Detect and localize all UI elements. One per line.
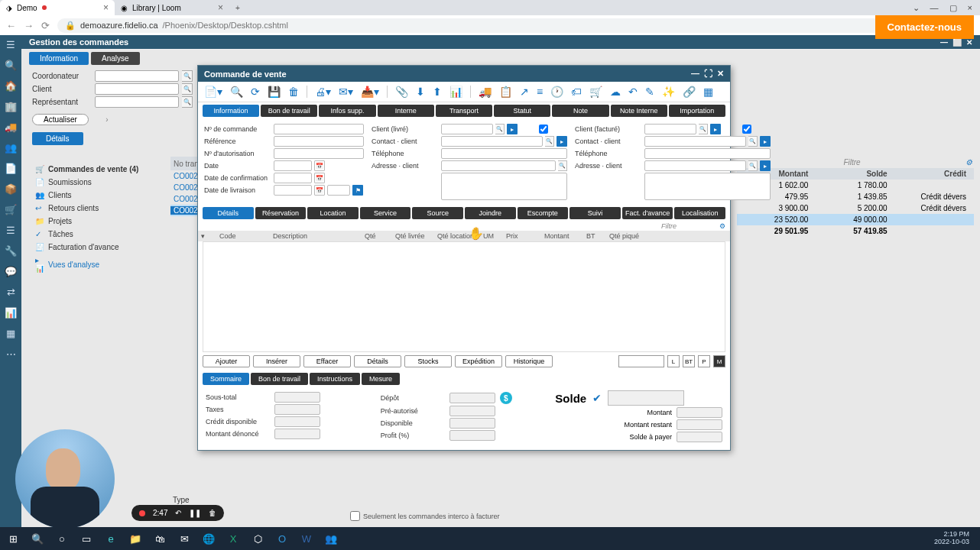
- chat-icon[interactable]: 💬: [5, 266, 17, 277]
- maximize-icon[interactable]: ⛶: [704, 69, 712, 79]
- chart-icon[interactable]: 📊: [449, 86, 462, 98]
- browser-tab-demo[interactable]: ⬗ Demo ×: [0, 0, 115, 15]
- table-row[interactable]: 1 602.001 780.00: [737, 180, 974, 191]
- save-icon[interactable]: 💾: [268, 86, 281, 98]
- start-icon[interactable]: ⊞: [5, 530, 21, 547]
- mtab-note-interne[interactable]: Note Interne: [611, 105, 667, 117]
- search-icon[interactable]: 🔍: [230, 86, 243, 98]
- search-icon[interactable]: 🔍: [545, 136, 554, 147]
- minimize-icon[interactable]: —: [940, 38, 948, 47]
- close-icon[interactable]: ×: [218, 2, 223, 13]
- dtab-escompte[interactable]: Escompte: [518, 207, 569, 219]
- teams-icon[interactable]: 👥: [323, 530, 339, 547]
- swap-icon[interactable]: ⇄: [7, 286, 15, 298]
- open-icon[interactable]: ▸: [507, 124, 518, 134]
- back-icon[interactable]: ←: [6, 20, 16, 31]
- minimize-icon[interactable]: —: [930, 3, 939, 13]
- col-prix[interactable]: Prix: [503, 232, 541, 240]
- undo-icon[interactable]: ↶: [175, 509, 181, 517]
- tree-vues[interactable]: ▸📊Vues d'analyse: [32, 254, 166, 275]
- search-icon[interactable]: 🔍: [182, 83, 193, 95]
- download-icon[interactable]: ⬇: [416, 86, 425, 98]
- stocks-button[interactable]: Stocks: [404, 355, 452, 367]
- inserer-button[interactable]: Insérer: [253, 355, 300, 367]
- minimize-icon[interactable]: —: [691, 69, 699, 79]
- chart-icon[interactable]: 📊: [5, 307, 17, 319]
- mtab-importation[interactable]: Importation: [669, 105, 725, 117]
- contact2-input[interactable]: [644, 136, 746, 147]
- adresse-input[interactable]: [441, 160, 556, 171]
- dtab-service[interactable]: Service: [360, 207, 411, 219]
- app-icon[interactable]: ⬡: [249, 530, 266, 547]
- close-window-icon[interactable]: ×: [968, 3, 972, 13]
- open-icon[interactable]: ▸: [557, 136, 567, 147]
- tree-facturation[interactable]: 🧾Facturation d'avance: [32, 241, 166, 254]
- date-input[interactable]: [274, 160, 312, 171]
- cloud-icon[interactable]: ☁: [610, 86, 621, 98]
- dollar-icon[interactable]: $: [500, 392, 512, 404]
- chrome-icon[interactable]: 🌐: [200, 530, 217, 547]
- maximize-icon[interactable]: ▢: [949, 3, 957, 13]
- maximize-icon[interactable]: ⬜: [952, 38, 962, 47]
- home-icon[interactable]: 🏠: [5, 80, 17, 92]
- new-icon[interactable]: 📄▾: [204, 86, 222, 98]
- word-icon[interactable]: W: [298, 530, 315, 547]
- client-livre-input[interactable]: [441, 124, 493, 134]
- search-icon[interactable]: 🔍: [748, 136, 758, 147]
- tab-analyse[interactable]: Analyse: [91, 52, 140, 65]
- interco-checkbox-row[interactable]: Seulement les commandes interco à factur…: [350, 511, 500, 521]
- actualiser-button[interactable]: Actualiser: [32, 114, 89, 125]
- calendar-icon[interactable]: 📅: [314, 185, 325, 196]
- search-icon[interactable]: 🔍: [182, 70, 193, 82]
- client-facture-input[interactable]: [644, 124, 696, 134]
- date-livr-input[interactable]: [274, 185, 312, 196]
- tree-projets[interactable]: 📁Projets: [32, 215, 166, 228]
- reload-icon[interactable]: ⟳: [41, 20, 50, 31]
- chevron-down-icon[interactable]: ⌄: [913, 3, 920, 13]
- stab-sommaire[interactable]: Sommaire: [203, 373, 249, 385]
- mtab-interne[interactable]: Interne: [378, 105, 434, 117]
- time-input[interactable]: [327, 185, 350, 196]
- reference-input[interactable]: [274, 136, 364, 147]
- dtab-joindre[interactable]: Joindre: [465, 207, 516, 219]
- browser-tab-loom[interactable]: ◉ Library | Loom ×: [115, 0, 229, 15]
- col-solde[interactable]: Solde: [816, 170, 894, 178]
- tools-icon[interactable]: 🔧: [5, 245, 17, 257]
- share-icon[interactable]: ↗: [520, 86, 529, 98]
- delete-icon[interactable]: 🗑: [288, 86, 299, 98]
- email-icon[interactable]: ✉▾: [339, 86, 353, 98]
- col-qte-loc[interactable]: Qté location: [434, 232, 480, 240]
- table-row[interactable]: 23 520.0049 000.00: [737, 214, 974, 225]
- tree-taches[interactable]: ✓Tâches: [32, 228, 166, 241]
- adresse2-input[interactable]: [644, 160, 746, 171]
- open-icon[interactable]: ▸: [710, 124, 721, 134]
- dtab-location[interactable]: Location: [307, 207, 359, 219]
- calendar-icon[interactable]: 📅: [314, 173, 325, 183]
- col-bt[interactable]: BT: [583, 232, 606, 240]
- interco-checkbox[interactable]: [350, 511, 360, 521]
- line-grid-body[interactable]: [203, 241, 725, 352]
- client-facture-chk[interactable]: [723, 125, 771, 134]
- users-icon[interactable]: 👥: [5, 142, 17, 154]
- menu-icon[interactable]: ☰: [6, 39, 15, 50]
- adresse2-textarea[interactable]: [644, 173, 771, 200]
- tag-icon[interactable]: 🏷: [571, 86, 582, 98]
- close-icon[interactable]: ×: [103, 2, 109, 13]
- box-icon[interactable]: 📦: [5, 183, 17, 195]
- tel-input[interactable]: [441, 148, 567, 159]
- col-um[interactable]: UM: [480, 232, 503, 240]
- url-input[interactable]: 🔒 demoazure.fidelio.ca/Phoenix/Desktop/D…: [57, 18, 928, 33]
- system-tray[interactable]: 2:19 PM 2022-10-03: [934, 531, 975, 546]
- wand-icon[interactable]: ✨: [662, 86, 675, 98]
- tree-clients[interactable]: 👥Clients: [32, 189, 166, 202]
- search-icon[interactable]: 🔍: [29, 530, 46, 547]
- date-conf-input[interactable]: [274, 173, 312, 183]
- stab-bon[interactable]: Bon de travail: [251, 373, 308, 385]
- explorer-icon[interactable]: 📁: [127, 530, 144, 547]
- cortana-icon[interactable]: ○: [54, 530, 70, 547]
- search-icon[interactable]: 🔍: [699, 124, 708, 134]
- adresse-textarea[interactable]: [441, 173, 567, 200]
- outlook-icon[interactable]: O: [274, 530, 290, 547]
- p-button[interactable]: P: [698, 355, 710, 367]
- webcam-bubble[interactable]: [15, 429, 115, 529]
